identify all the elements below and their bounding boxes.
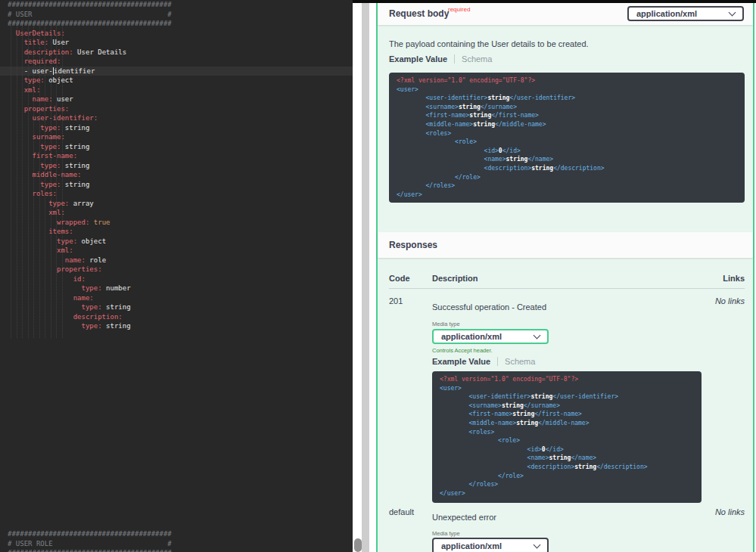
media-type-label: Media type	[432, 321, 460, 327]
content-type-value: application/xml	[441, 541, 502, 550]
code-line: user-identifier:	[8, 113, 172, 123]
code-line: type: string	[8, 302, 172, 312]
code-line	[8, 473, 172, 482]
request-body-description: The payload containing the User details …	[389, 39, 589, 48]
code-line	[8, 407, 172, 417]
code-line: name: user	[8, 95, 172, 104]
response-content-type-select[interactable]: application/xml	[432, 329, 549, 344]
code-line: type: string	[8, 123, 172, 133]
column-header-links: Links	[654, 274, 745, 283]
tab-divider	[454, 54, 455, 64]
code-line: <?xml version="1.0" encoding="UTF-8"?>	[397, 76, 737, 85]
response-code-201: 201	[389, 296, 403, 305]
code-line	[8, 416, 172, 426]
code-line	[8, 350, 172, 360]
code-line: ########################################	[8, 529, 172, 539]
content-type-value: application/xml	[636, 9, 697, 18]
code-line: first-name:	[8, 151, 172, 161]
code-line: description:	[8, 312, 172, 322]
code-line: <role>	[440, 436, 694, 445]
code-line: xml:	[8, 246, 172, 256]
request-content-type-select[interactable]: application/xml	[627, 6, 744, 21]
column-header-description: Description	[432, 274, 478, 283]
chevron-down-icon	[534, 541, 541, 549]
code-line: <description>string</description>	[397, 164, 737, 173]
code-line: - user-identifier	[8, 67, 172, 76]
code-line: <first-name>string</first-name>	[397, 111, 737, 120]
code-line: <user>	[397, 85, 737, 95]
response-description-201: Successful operation - Created	[432, 302, 546, 312]
scrollbar-thumb[interactable]	[354, 538, 362, 552]
code-line	[8, 369, 172, 379]
code-line	[8, 359, 172, 369]
request-body-label: Request body	[389, 8, 449, 19]
accept-header-hint: Controls Accept header.	[432, 347, 493, 354]
code-line: ########################################	[8, 19, 172, 29]
code-line	[8, 520, 172, 530]
code-line: roles:	[8, 189, 172, 199]
code-line: items:	[8, 227, 172, 237]
default-response-content-type-select[interactable]: application/xml	[432, 538, 549, 552]
code-line: properties:	[8, 104, 172, 114]
code-line	[8, 510, 172, 520]
code-line: </user>	[440, 489, 694, 498]
code-line: description: User Details	[8, 48, 172, 57]
request-example-tabs: Example Value Schema	[389, 54, 492, 64]
code-line: <roles>	[397, 129, 737, 138]
column-header-code: Code	[389, 274, 410, 283]
tab-example-value[interactable]: Example Value	[432, 357, 490, 366]
required-badge: required	[448, 6, 470, 13]
code-line: <name>string</name>	[440, 454, 694, 463]
code-line: <middle-name>string</middle-name>	[397, 120, 737, 129]
responses-heading: Responses	[389, 240, 437, 250]
code-line	[8, 454, 172, 464]
tab-schema[interactable]: Schema	[462, 54, 492, 64]
code-line: <middle-name>string</middle-name>	[440, 419, 694, 428]
code-line: wrapped: true	[8, 218, 172, 228]
media-type-label: Media type	[432, 530, 460, 537]
code-line: middle-name:	[8, 170, 172, 180]
code-line: UserDetails:	[8, 29, 172, 39]
code-line: type: string	[8, 180, 172, 190]
code-line: <roles>	[440, 428, 694, 437]
chevron-down-icon	[729, 9, 736, 17]
code-line	[8, 331, 172, 341]
code-line: <surname>string</surname>	[440, 402, 694, 411]
code-line: type: array	[8, 199, 172, 209]
code-line	[8, 388, 172, 398]
code-line: <id>0</id>	[397, 147, 737, 156]
code-line: type: object	[8, 237, 172, 247]
response-example-xml: <?xml version="1.0" encoding="UTF-8"?><u…	[432, 371, 702, 503]
code-line: xml:	[8, 85, 172, 95]
code-line: <?xml version="1.0" encoding="UTF-8"?>	[440, 375, 694, 384]
tab-schema[interactable]: Schema	[505, 357, 535, 366]
response-code-default: default	[389, 507, 414, 516]
code-line: surname:	[8, 132, 172, 142]
code-line	[8, 340, 172, 350]
code-line	[8, 464, 172, 473]
code-line: <first-name>string</first-name>	[440, 410, 694, 419]
code-line: <user-identifier>string</user-identifier…	[440, 392, 694, 402]
code-line	[8, 378, 172, 388]
tab-example-value[interactable]: Example Value	[389, 54, 447, 64]
table-header-divider	[389, 288, 745, 289]
split-view: ########################################…	[0, 0, 756, 552]
code-line: <id>0</id>	[440, 445, 694, 454]
yaml-editor-pane[interactable]: ########################################…	[0, 0, 353, 552]
content-type-value: application/xml	[441, 332, 502, 341]
code-line: <description>string</description>	[440, 463, 694, 472]
tab-divider	[497, 357, 498, 366]
code-line: type: string	[8, 142, 172, 152]
response-links-default: No links	[654, 507, 745, 516]
chevron-down-icon	[534, 332, 541, 340]
code-line: title: User	[8, 38, 172, 48]
response-example-tabs: Example Value Schema	[432, 356, 535, 367]
code-line: required:	[8, 57, 172, 67]
code-line: # USER #	[8, 10, 172, 20]
request-example-xml: <?xml version="1.0" encoding="UTF-8"?><u…	[389, 73, 745, 203]
scrollbar-track[interactable]	[362, 3, 369, 552]
code-line: type: object	[8, 76, 172, 85]
code-line: ########################################	[8, 0, 172, 10]
code-line: <surname>string</surname>	[397, 103, 737, 112]
code-line: </role>	[440, 472, 694, 481]
